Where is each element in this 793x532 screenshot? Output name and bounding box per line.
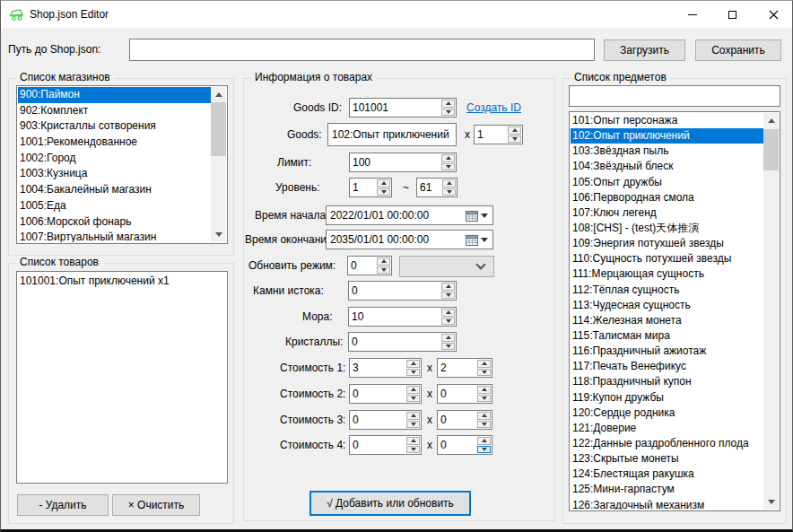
spin-up-button[interactable] — [441, 309, 455, 317]
list-item[interactable]: 122:Данные раздробленного плода — [571, 436, 763, 451]
list-item[interactable]: 116:Праздничный ажиотаж — [571, 344, 763, 359]
cost1-item-spinner[interactable]: 3 — [349, 358, 422, 378]
refresh-mode-spinner[interactable]: 0 — [347, 256, 392, 275]
list-item[interactable]: 105:Опыт дружбы — [571, 175, 763, 190]
list-item[interactable]: 123:Скрытые монеты — [571, 451, 763, 467]
spin-up-button[interactable] — [508, 126, 521, 135]
spin-up-button[interactable] — [406, 437, 420, 445]
list-item[interactable]: 902:Комплект — [18, 103, 211, 119]
level-max-spinner[interactable]: 61 — [416, 178, 458, 197]
list-item[interactable]: 1002:Город — [18, 151, 211, 167]
spin-up-button[interactable] — [477, 412, 491, 420]
clear-button[interactable]: × Очистить — [112, 494, 200, 516]
save-button[interactable]: Сохранить — [695, 39, 781, 61]
list-item[interactable]: 101:Опыт персонажа — [571, 113, 763, 128]
cost2-item-spinner[interactable]: 0 — [349, 384, 422, 404]
goods-listbox[interactable]: 101001:Опыт приключений x1 — [16, 271, 228, 484]
goods-id-spinner[interactable]: 101001 — [349, 98, 457, 118]
list-item[interactable]: 1006:Морской фонарь — [18, 214, 211, 231]
create-id-link[interactable]: Создать ID — [466, 101, 521, 114]
close-button[interactable] — [753, 1, 793, 28]
spin-up-button[interactable] — [441, 283, 455, 291]
list-item[interactable]: 110:Сущность потухшей звезды — [571, 251, 763, 266]
crystal-spinner[interactable]: 0 — [348, 332, 457, 352]
list-item[interactable]: 900:Паймон — [18, 87, 211, 103]
list-item[interactable]: 103:Звёздная пыль — [571, 144, 763, 159]
scroll-thumb[interactable] — [763, 129, 779, 170]
spin-up-button[interactable] — [477, 437, 491, 445]
spin-down-button[interactable] — [406, 395, 420, 403]
spin-down-button[interactable] — [477, 369, 491, 377]
list-item[interactable]: 1005:Еда — [18, 198, 211, 214]
limit-spinner[interactable]: 100 — [349, 153, 457, 172]
scroll-up-button[interactable] — [211, 87, 226, 102]
cost4-count-spinner[interactable]: 0 — [437, 435, 492, 455]
goods-count-spinner[interactable]: 1 — [474, 125, 523, 144]
shops-listbox[interactable]: 900:Паймон902:Комплект903:Кристаллы сотв… — [16, 85, 228, 244]
goods-input[interactable]: 102:Опыт приключений — [327, 123, 457, 146]
list-item[interactable]: 124:Блестящая ракушка — [571, 467, 763, 482]
list-item[interactable]: 903:Кристаллы сотворения — [18, 118, 211, 135]
list-item[interactable]: 101001:Опыт приключений x1 — [18, 273, 226, 289]
end-time-picker[interactable]: 2035/01/01 00:00:00 — [326, 230, 493, 249]
list-item[interactable]: 1004:Бакалейный магазин — [18, 182, 211, 198]
spin-down-button[interactable] — [406, 421, 420, 429]
add-or-update-button[interactable]: √ Добавить или обновить — [309, 491, 471, 516]
spin-down-button[interactable] — [441, 343, 455, 351]
spin-down-button[interactable] — [508, 135, 521, 144]
path-input[interactable] — [129, 39, 595, 61]
list-item[interactable]: 106:Первородная смола — [571, 190, 763, 205]
list-item[interactable]: 1001:Рекомендованное — [18, 135, 211, 151]
list-item[interactable]: 109:Энергия потухшей звезды — [571, 236, 763, 251]
mora-spinner[interactable]: 10 — [348, 307, 457, 327]
spin-down-button[interactable] — [441, 292, 455, 300]
list-item[interactable]: 108:[CHS] - (test)天体推演 — [571, 221, 763, 236]
scroll-thumb[interactable] — [211, 102, 226, 156]
spin-down-button[interactable] — [377, 188, 390, 196]
begin-time-picker[interactable]: 2022/01/01 00:00:00 — [326, 205, 493, 225]
minimize-button[interactable] — [672, 1, 712, 28]
maximize-button[interactable] — [712, 1, 753, 28]
list-item[interactable]: 1007:Виртуальный магазин — [18, 230, 211, 242]
cost1-count-spinner[interactable]: 2 — [437, 358, 492, 378]
spin-down-button[interactable] — [406, 369, 420, 377]
shops-scrollbar[interactable] — [211, 87, 226, 242]
spin-up-button[interactable] — [441, 334, 455, 342]
scroll-down-button[interactable] — [763, 494, 779, 510]
spin-down-button[interactable] — [377, 266, 390, 275]
spin-down-button[interactable] — [477, 395, 491, 403]
list-item[interactable]: 112:Тёплая сущность — [571, 283, 763, 298]
list-item[interactable]: 118:Праздничный купон — [571, 374, 763, 389]
spin-up-button[interactable] — [477, 360, 491, 368]
list-item[interactable]: 104:Звёздный блеск — [571, 159, 763, 174]
spin-down-button[interactable] — [442, 188, 456, 196]
list-item[interactable]: 126:Загадочный механизм — [571, 498, 763, 510]
list-item[interactable]: 107:Ключ легенд — [571, 205, 763, 221]
list-item[interactable]: 111:Мерцающая сущность — [571, 266, 763, 282]
spin-up-button[interactable] — [442, 179, 456, 188]
list-item[interactable]: 119:Купон дружбы — [571, 390, 763, 406]
spin-up-button[interactable] — [377, 257, 390, 266]
scroll-up-button[interactable] — [763, 113, 779, 128]
spin-up-button[interactable] — [441, 154, 455, 162]
spin-down-button[interactable] — [441, 163, 455, 171]
list-item[interactable]: 1003:Кузница — [18, 166, 211, 182]
list-item[interactable]: 102:Опыт приключений — [571, 128, 763, 144]
items-scrollbar[interactable] — [763, 113, 779, 510]
primogem-spinner[interactable]: 0 — [348, 281, 457, 301]
list-item[interactable]: 117:Печать Венефикус — [571, 359, 763, 374]
list-item[interactable]: 120:Сердце родника — [571, 406, 763, 421]
list-item[interactable]: 125:Мини-гарпастум — [571, 482, 763, 497]
spin-down-button[interactable] — [441, 109, 455, 117]
spin-down-button[interactable] — [477, 446, 491, 454]
title-bar[interactable]: Shop.json Editor — [1, 1, 792, 28]
spin-down-button[interactable] — [406, 446, 420, 454]
spin-up-button[interactable] — [441, 100, 455, 108]
scroll-down-button[interactable] — [211, 227, 226, 242]
items-search-input[interactable] — [569, 85, 780, 107]
refresh-mode-combobox[interactable] — [399, 256, 494, 277]
spin-down-button[interactable] — [477, 421, 491, 429]
spin-up-button[interactable] — [406, 360, 420, 368]
spin-down-button[interactable] — [441, 318, 455, 326]
items-listbox[interactable]: 101:Опыт персонажа102:Опыт приключений10… — [569, 111, 780, 511]
